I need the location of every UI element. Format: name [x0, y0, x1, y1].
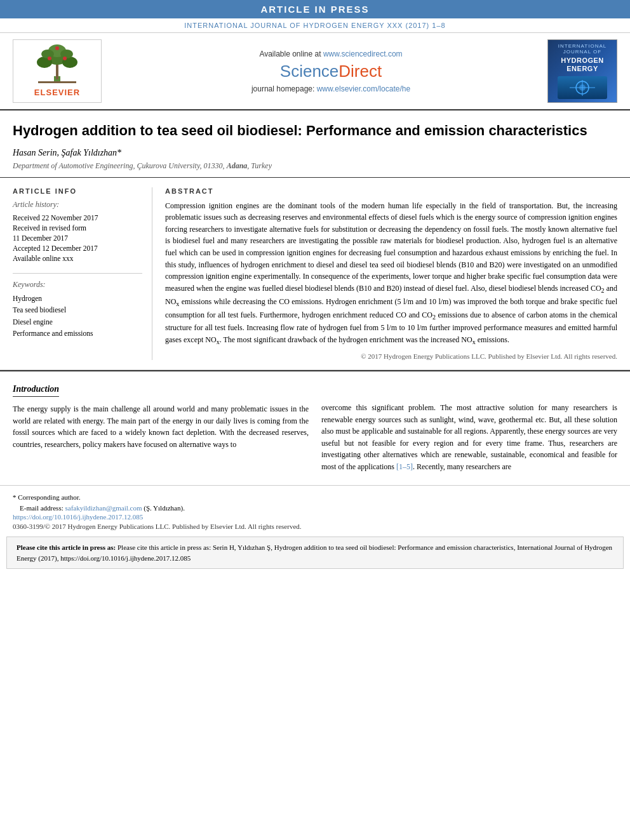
keyword-engine: Diesel engine — [13, 316, 142, 328]
article-main-title: Hydrogen addition to tea seed oil biodie… — [13, 122, 617, 140]
journal-homepage-line: journal homepage: www.elsevier.com/locat… — [127, 84, 535, 93]
elsevier-tree-icon — [25, 44, 89, 86]
sciencedirect-logo: ScienceDirect — [127, 62, 535, 81]
citation-box: Please cite this article in press as: Pl… — [6, 537, 624, 569]
introduction-left-text: The energy supply is the main challenge … — [13, 403, 309, 450]
svg-point-6 — [41, 50, 54, 58]
keyword-hydrogen: Hydrogen — [13, 293, 142, 304]
available-online-text: Available online at www.sciencedirect.co… — [127, 50, 535, 58]
sciencedirect-url[interactable]: www.sciencedirect.com — [323, 50, 403, 58]
introduction-section: Introduction The energy supply is the ma… — [0, 371, 630, 479]
footnote-corresponding: * Corresponding author. — [13, 492, 617, 503]
keyword-biodiesel: Tea seed biodiesel — [13, 304, 142, 316]
introduction-left-col: Introduction The energy supply is the ma… — [13, 384, 309, 473]
introduction-right-text: overcome this significant problem. The m… — [321, 402, 617, 473]
svg-rect-8 — [38, 81, 76, 83]
citation-ref[interactable]: [1–5] — [396, 462, 413, 471]
article-history-label: Article history: — [13, 200, 142, 210]
abstract-text: Compression ignition engines are the dom… — [165, 200, 617, 347]
introduction-heading: Introduction — [13, 384, 59, 397]
article-history-received: Received 22 November 2017 — [13, 213, 142, 223]
keywords-label: Keywords: — [13, 280, 142, 290]
footnote-area: * Corresponding author. E-mail address: … — [0, 485, 630, 537]
svg-point-11 — [55, 46, 59, 50]
journal-header-line: INTERNATIONAL JOURNAL OF HYDROGEN ENERGY… — [0, 18, 630, 33]
article-title-section: Hydrogen addition to tea seed oil biodie… — [0, 110, 630, 178]
hydrogen-energy-cover: INTERNATIONAL JOURNAL OF HYDROGEN ENERGY — [547, 39, 617, 103]
article-info-abstract-section: ARTICLE INFO Article history: Received 2… — [0, 178, 630, 370]
cover-image-icon — [563, 77, 601, 99]
journal-homepage-link[interactable]: www.elsevier.com/locate/he — [317, 84, 410, 93]
journal-center-info: Available online at www.sciencedirect.co… — [114, 50, 547, 93]
keyword-performance: Performance and emissions — [13, 328, 142, 339]
elsevier-wordmark: ELSEVIER — [34, 88, 80, 97]
article-info-column: ARTICLE INFO Article history: Received 2… — [13, 187, 152, 360]
article-authors: Hasan Serin, Şafak Yıldızhan* — [13, 148, 617, 158]
article-history-revised-date: 11 December 2017 — [13, 233, 142, 243]
abstract-header: ABSTRACT — [165, 187, 617, 195]
abstract-column: ABSTRACT Compression ignition engines ar… — [165, 187, 617, 360]
journal-header-area: ELSEVIER Available online at www.science… — [0, 33, 630, 110]
elsevier-logo: ELSEVIER — [13, 39, 102, 103]
article-history-online: Available online xxx — [13, 253, 142, 263]
article-in-press-banner: ARTICLE IN PRESS — [0, 0, 630, 18]
footnote-email: E-mail address: safakyildizhan@gmail.com… — [13, 503, 617, 514]
svg-point-9 — [48, 57, 51, 60]
article-info-header: ARTICLE INFO — [13, 187, 142, 195]
footnote-doi[interactable]: https://doi.org/10.1016/j.ijhydene.2017.… — [13, 513, 617, 521]
elsevier-logo-box: ELSEVIER — [13, 39, 114, 103]
abstract-copyright: © 2017 Hydrogen Energy Publications LLC.… — [165, 352, 617, 360]
footnote-copyright: 0360-3199/© 2017 Hydrogen Energy Publica… — [13, 523, 617, 530]
hydrogen-energy-title: HYDROGEN ENERGY — [551, 57, 613, 73]
article-history-accepted: Accepted 12 December 2017 — [13, 243, 142, 253]
keywords-section: Keywords: Hydrogen Tea seed biodiesel Di… — [13, 273, 142, 340]
introduction-columns: Introduction The energy supply is the ma… — [13, 384, 617, 473]
introduction-right-col: overcome this significant problem. The m… — [321, 384, 617, 473]
article-affiliation: Department of Automotive Engineering, Çu… — [13, 161, 617, 171]
article-history-revised-label: Received in revised form — [13, 223, 142, 233]
svg-point-7 — [60, 50, 73, 58]
footnote-email-link[interactable]: safakyildizhan@gmail.com — [65, 504, 142, 512]
svg-point-10 — [63, 57, 67, 60]
